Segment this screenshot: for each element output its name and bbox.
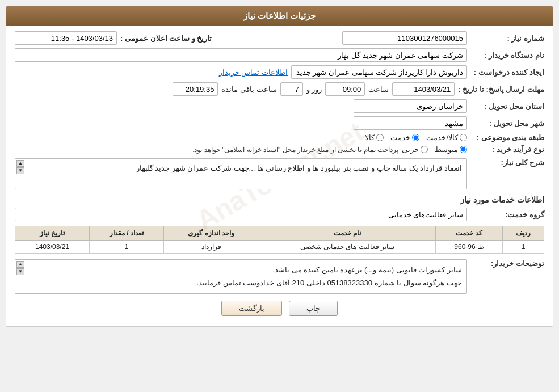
need-desc-label: شرح کلی نیاز:	[470, 158, 544, 167]
cell-unit: قرارداد	[163, 241, 259, 254]
cell-date: 1403/03/21	[15, 241, 90, 254]
cell-row: 1	[502, 241, 544, 254]
radio-service-label: خدمت	[390, 133, 410, 142]
buyer-desc-content: سایر کسورات قانونی (بیمه و...) برعهده تا…	[196, 265, 462, 287]
purchase-note: پرداخت تمام یا بخشی از مبلغ خریداز محل "…	[192, 146, 398, 154]
buyer-desc-scroll-arrows[interactable]: ▲ ▼	[16, 261, 24, 275]
deadline-time-input	[325, 82, 365, 96]
radio-medium[interactable]	[460, 146, 467, 153]
deadline-remain-label: ساعت باقی مانده	[221, 85, 276, 94]
scroll-arrows[interactable]: ▲ ▼	[16, 160, 24, 174]
category-radio-group: کالا/خدمت خدمت کالا	[365, 133, 467, 142]
radio-goods-label: کالا	[365, 133, 375, 142]
panel-header: جزئیات اطلاعات نیاز	[6, 6, 553, 26]
city-input	[354, 116, 467, 130]
creator-input	[291, 65, 467, 79]
deadline-days-input	[280, 82, 303, 96]
province-input	[354, 99, 467, 113]
deadline-time-label: ساعت	[368, 85, 389, 94]
radio-medium-label: متوسط	[435, 145, 458, 154]
services-section-label: اطلاعات خدمات مورد نیاز	[15, 195, 544, 204]
city-label: شهر محل تحویل :	[470, 119, 544, 128]
cell-count: 1	[89, 241, 163, 254]
creator-label: ایجاد کننده درخواست :	[470, 68, 544, 77]
radio-partial-item[interactable]: جزیی	[402, 145, 428, 154]
announce-label: تاریخ و ساعت اعلان عمومی :	[120, 34, 212, 43]
bottom-buttons: چاپ بازگشت	[15, 301, 544, 316]
cell-name: سایر فعالیت های خدماتی شخصی	[259, 241, 436, 254]
col-count: تعداد / مقدار	[89, 226, 163, 241]
radio-goods-item[interactable]: کالا	[365, 133, 384, 142]
col-date: تاریخ نیاز	[15, 226, 90, 241]
need-number-label: شماره نیاز :	[470, 34, 544, 43]
deadline-remain-input	[173, 82, 218, 96]
scroll-down-btn[interactable]: ▼	[16, 167, 24, 174]
radio-service-item[interactable]: خدمت	[390, 133, 419, 142]
purchase-type-label: نوع فرآیند خرید :	[470, 145, 544, 154]
need-desc-text: انعقاد قرارداد یک ساله چاپ و نصب بنر بیل…	[136, 164, 462, 172]
announce-input	[15, 31, 117, 45]
buyer-org-label: نام دستگاه خریدار :	[470, 51, 544, 60]
print-button[interactable]: چاپ	[289, 301, 338, 316]
deadline-label: مهلت ارسال پاسخ: تا تاریخ :	[458, 85, 544, 94]
buyer-desc-label: توضیحات خریدار:	[470, 259, 544, 268]
deadline-days-label: روز و	[306, 85, 322, 94]
radio-goods-service-label: کالا/خدمت	[426, 133, 458, 142]
category-label: طبقه بندی موضوعی :	[470, 133, 544, 142]
service-group-input	[15, 208, 467, 221]
scroll-up-btn[interactable]: ▲	[16, 160, 24, 167]
cell-code: ط-96-960	[436, 241, 503, 254]
radio-partial-label: جزیی	[402, 145, 419, 154]
service-group-label: گروه خدمت:	[470, 210, 544, 219]
radio-goods-service[interactable]	[460, 134, 467, 141]
need-number-input	[342, 31, 467, 45]
buyer-org-input	[15, 48, 467, 62]
radio-medium-item[interactable]: متوسط	[435, 145, 467, 154]
purchase-type-radio-group: متوسط جزیی	[402, 145, 467, 154]
buyer-desc-scroll-up[interactable]: ▲	[16, 261, 24, 268]
radio-partial[interactable]	[421, 146, 428, 153]
province-label: استان محل تحویل :	[470, 102, 544, 111]
radio-goods-service-item[interactable]: کالا/خدمت	[426, 133, 467, 142]
radio-goods[interactable]	[376, 134, 384, 141]
table-row: 1 ط-96-960 سایر فعالیت های خدماتی شخصی ق…	[15, 241, 544, 254]
services-table-section: ردیف کد خدمت نام خدمت واحد اندازه گیری ت…	[15, 226, 544, 254]
col-unit: واحد اندازه گیری	[163, 226, 259, 241]
back-button[interactable]: بازگشت	[221, 301, 282, 316]
col-code: کد خدمت	[436, 226, 503, 241]
col-row: ردیف	[502, 226, 544, 241]
services-table: ردیف کد خدمت نام خدمت واحد اندازه گیری ت…	[15, 226, 544, 254]
radio-service[interactable]	[412, 134, 419, 141]
buyer-desc-scroll-down[interactable]: ▼	[16, 268, 24, 275]
col-name: نام خدمت	[259, 226, 436, 241]
contact-link[interactable]: اطلاعات تماس خریدار	[219, 68, 288, 77]
deadline-date-input	[392, 82, 455, 96]
buyer-desc-text: سایر کسورات قانونی (بیمه و...) برعهده تا…	[20, 263, 462, 290]
